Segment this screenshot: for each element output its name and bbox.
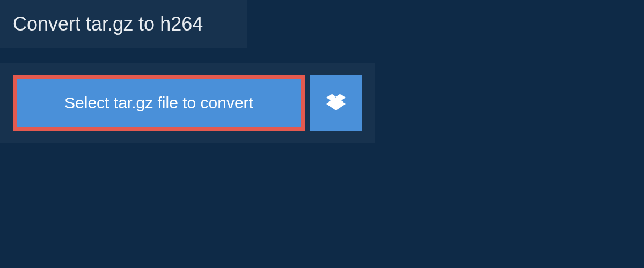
select-file-label: Select tar.gz file to convert — [64, 94, 253, 112]
select-file-button[interactable]: Select tar.gz file to convert — [13, 75, 305, 131]
page-title: Convert tar.gz to h264 — [13, 13, 225, 35]
dropbox-icon — [326, 93, 346, 114]
upload-panel: Select tar.gz file to convert — [0, 63, 375, 143]
dropbox-button[interactable] — [310, 75, 362, 131]
header-tab: Convert tar.gz to h264 — [0, 0, 247, 48]
